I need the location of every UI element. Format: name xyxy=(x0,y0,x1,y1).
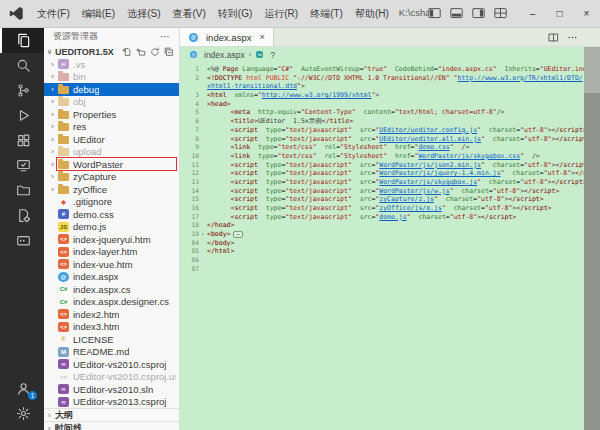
breadcrumb-item[interactable]: <>? xyxy=(255,50,275,60)
tree-item-ueditor[interactable]: ›UEditor xyxy=(44,133,179,146)
code-line[interactable]: 9 <link type="text/css" rel="Stylesheet"… xyxy=(180,143,600,152)
tree-item-properties[interactable]: ›Properties xyxy=(44,108,179,121)
tree-item-res[interactable]: ›res xyxy=(44,121,179,134)
code-line[interactable]: 11 <script type="text/javascript" src="W… xyxy=(180,161,600,170)
code-line[interactable]: 12 <script type="text/javascript" src="W… xyxy=(180,169,600,178)
activity-extensions-button[interactable] xyxy=(0,128,44,153)
panel-时间线[interactable]: ›时间线 xyxy=(44,421,179,430)
code-line[interactable]: 5 <meta http-equiv="Content-Type" conten… xyxy=(180,108,600,117)
collapse-all-icon[interactable] xyxy=(164,47,174,57)
tree-item-zyoffice[interactable]: ›zyOffice xyxy=(44,183,179,196)
layout-customize-icon[interactable] xyxy=(494,7,507,20)
menu-运行[interactable]: 运行(R) xyxy=(258,3,304,25)
split-editor-icon[interactable] xyxy=(548,32,559,43)
menu-编辑[interactable]: 编辑(E) xyxy=(76,3,121,25)
tree-item-index3.htm[interactable]: <>index3.htm xyxy=(44,321,179,334)
tree-item-.gitignore[interactable]: ◆.gitignore xyxy=(44,196,179,209)
project-section-header[interactable]: ∨ UEDITOR1.5X xyxy=(44,45,179,58)
tree-item-index-jqueryui.htm[interactable]: <>index-jqueryui.htm xyxy=(44,233,179,246)
folded-region-badge[interactable]: ⋯ xyxy=(233,231,242,238)
code-line[interactable]: 17 <script type="text/javascript" src="d… xyxy=(180,213,600,222)
activity-run-debug-button[interactable] xyxy=(0,103,44,128)
code-line[interactable]: 6 <title>UEditor 1.5x示例</title> xyxy=(180,117,600,126)
menu-文件[interactable]: 文件(F) xyxy=(31,3,76,25)
tree-item-ueditor-vs2010.csproj[interactable]: ∞UEditor-vs2010.csproj xyxy=(44,358,179,371)
code-line[interactable]: 18</head> xyxy=(180,221,600,230)
menu-查看[interactable]: 查看(V) xyxy=(166,3,211,25)
new-folder-icon[interactable] xyxy=(136,47,146,57)
tree-item-wordpaster[interactable]: ›WordPaster xyxy=(44,158,179,171)
code-line[interactable]: xhtml1-transitional.dtd"> xyxy=(180,82,600,91)
tree-item-index2.htm[interactable]: <>index2.htm xyxy=(44,308,179,321)
minimap-slider[interactable] xyxy=(584,47,600,93)
code-editor[interactable]: 1<%@ Page Language="C#" AutoEventWireup=… xyxy=(180,62,600,430)
tree-item-demo.css[interactable]: #demo.css xyxy=(44,208,179,221)
activity-terminal-box-button[interactable] xyxy=(0,228,44,253)
tree-item-ueditor-vs2010.csproj.user[interactable]: <>UEditor-vs2010.csproj.user xyxy=(44,371,179,384)
menu-帮助[interactable]: 帮助(H) xyxy=(349,3,395,25)
tab-index-aspx[interactable]: @ index.aspx × xyxy=(180,28,274,46)
panel-大纲[interactable]: ›大纲 xyxy=(44,408,179,421)
tree-row-content: <>index-jqueryui.htm xyxy=(57,233,176,245)
code-line[interactable]: 10 <link type="text/css" rel="Stylesheet… xyxy=(180,152,600,161)
activity-folder-library-button[interactable] xyxy=(0,178,44,203)
refresh-icon[interactable] xyxy=(150,47,160,57)
tree-item-readme.md[interactable]: MREADME.md xyxy=(44,346,179,359)
new-file-icon[interactable] xyxy=(122,47,132,57)
breadcrumb-item[interactable]: @index.aspx xyxy=(189,50,245,60)
fold-collapsed-icon[interactable]: › xyxy=(199,230,207,239)
menu-转到[interactable]: 转到(G) xyxy=(212,3,258,25)
tree-item-.vs[interactable]: ›∞.vs xyxy=(44,58,179,71)
close-tab-icon[interactable]: × xyxy=(259,32,264,42)
activity-explorer-button[interactable] xyxy=(0,28,44,53)
minimize-button[interactable]: – xyxy=(519,0,546,27)
tree-item-demo.js[interactable]: JSdemo.js xyxy=(44,221,179,234)
code-line[interactable]: 8 <script type="text/javascript" src="UE… xyxy=(180,135,600,144)
tree-item-ueditor-vs2013.csproj[interactable]: ∞UEditor-vs2013.csproj xyxy=(44,396,179,409)
menu-终端[interactable]: 终端(T) xyxy=(304,3,349,25)
tree-item-ueditor-vs2010.sln[interactable]: ∞UEditor-vs2010.sln xyxy=(44,383,179,396)
activity-project-file-button[interactable] xyxy=(0,203,44,228)
tree-item-upload[interactable]: ›upload xyxy=(44,146,179,159)
code-line[interactable]: 19›<body>⋯ xyxy=(180,230,600,239)
activity-settings-button[interactable] xyxy=(0,401,44,426)
code-line[interactable]: 15 <script type="text/javascript" src="z… xyxy=(180,195,600,204)
tree-item-index.aspx.designer.cs[interactable]: C#index.aspx.designer.cs xyxy=(44,296,179,309)
tree-item-index-vue.htm[interactable]: <>index-vue.htm xyxy=(44,258,179,271)
minimap[interactable] xyxy=(584,47,600,430)
tree-item-bin[interactable]: ›bin xyxy=(44,71,179,84)
tree-item-obj[interactable]: ›obj xyxy=(44,96,179,109)
tree-item-license[interactable]: ©LICENSE xyxy=(44,333,179,346)
tree-item-index.aspx[interactable]: @index.aspx xyxy=(44,271,179,284)
close-button[interactable]: × xyxy=(573,0,600,27)
tree-item-debug[interactable]: ›debug xyxy=(44,83,179,96)
code-line[interactable]: 85</html> xyxy=(180,247,600,256)
code-line[interactable]: 2<!DOCTYPE html PUBLIC "-//W3C//DTD XHTM… xyxy=(180,74,600,83)
code-line[interactable]: 4<head> xyxy=(180,100,600,109)
tree-item-zycapture[interactable]: ›zyCapture xyxy=(44,171,179,184)
explorer-more-actions-button[interactable]: ⋯ xyxy=(160,31,170,42)
code-line[interactable]: 86 xyxy=(180,256,600,265)
layout-panel-bottom-icon[interactable] xyxy=(450,7,463,20)
maximize-button[interactable]: □ xyxy=(546,0,573,27)
more-icon[interactable] xyxy=(567,32,578,43)
activity-source-control-button[interactable] xyxy=(0,78,44,103)
code-line[interactable]: 13 <script type="text/javascript" src="W… xyxy=(180,178,600,187)
code-line[interactable]: 1<%@ Page Language="C#" AutoEventWireup=… xyxy=(180,65,600,74)
gutter-space xyxy=(199,74,207,83)
code-line[interactable]: 87 xyxy=(180,265,600,274)
code-line[interactable]: 84</body> xyxy=(180,239,600,248)
menu-选择[interactable]: 选择(S) xyxy=(121,3,166,25)
code-line[interactable]: 14 <script type="text/javascript" src="W… xyxy=(180,187,600,196)
gutter-space xyxy=(199,221,207,230)
code-line[interactable]: 7 <script type="text/javascript" src="UE… xyxy=(180,126,600,135)
tree-item-index-layer.htm[interactable]: <>index-layer.htm xyxy=(44,246,179,259)
activity-account-button[interactable]: 1 xyxy=(0,376,44,401)
activity-remote-explorer-button[interactable] xyxy=(0,153,44,178)
code-line[interactable]: 16 <script type="text/javascript" src="z… xyxy=(180,204,600,213)
code-line[interactable]: 3<html xmlns="http://www.w3.org/1999/xht… xyxy=(180,91,600,100)
layout-sidebar-left-icon[interactable] xyxy=(428,7,441,20)
tree-item-index.aspx.cs[interactable]: C#index.aspx.cs xyxy=(44,283,179,296)
activity-search-button[interactable] xyxy=(0,53,44,78)
layout-sidebar-right-icon[interactable] xyxy=(472,7,485,20)
